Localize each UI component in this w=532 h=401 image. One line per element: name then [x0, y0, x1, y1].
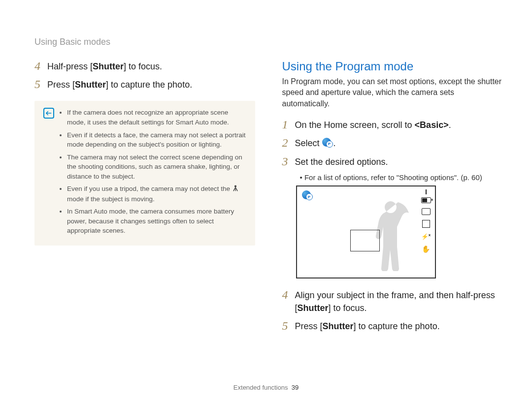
step-text: Set the desired options.	[295, 155, 388, 168]
step-number: 3	[282, 155, 295, 168]
tripod-icon	[232, 185, 239, 194]
program-mode-icon	[302, 190, 311, 201]
step-number: 2	[282, 136, 295, 149]
page-header: Using Basic modes	[34, 37, 502, 47]
step-item: 3Set the desired options.	[282, 155, 503, 168]
step-text: Half-press [Shutter] to focus.	[47, 60, 162, 73]
program-mode-icon	[322, 138, 331, 150]
camera-screen-preview: ⚡x ✋	[296, 185, 436, 278]
section-heading: Using the Program mode	[282, 60, 503, 73]
step-text: On the Home screen, scroll to <Basic>.	[295, 118, 451, 131]
step-number: 5	[34, 78, 47, 91]
note-box: If the camera does not recognize an appr…	[34, 101, 255, 245]
flash-off-icon: ⚡x	[421, 233, 431, 240]
step-text: Press [Shutter] to capture the photo.	[295, 319, 440, 333]
note-item: If the camera does not recognize an appr…	[67, 108, 246, 127]
photo-size-icon	[422, 208, 431, 215]
focus-rectangle	[350, 230, 380, 251]
left-column: 4Half-press [Shutter] to focus.5Press [S…	[34, 60, 255, 338]
step-number: 5	[282, 319, 295, 332]
right-column: Using the Program mode In Program mode, …	[282, 60, 503, 338]
page-footer: Extended functions 39	[0, 384, 532, 391]
step-text: Press [Shutter] to capture the photo.	[47, 78, 192, 91]
note-item: Even if it detects a face, the camera ma…	[67, 130, 246, 150]
note-icon	[43, 108, 54, 119]
step-number: 4	[34, 60, 47, 72]
step-item: 1On the Home screen, scroll to <Basic>.	[282, 118, 503, 131]
note-item: In Smart Auto mode, the camera consumes …	[67, 207, 246, 236]
step-subtext: For a list of options, refer to "Shootin…	[300, 173, 503, 182]
step-number: 4	[282, 288, 295, 301]
note-item: Even if you use a tripod, the camera may…	[67, 184, 246, 204]
step-item: 5Press [Shutter] to capture the photo.	[282, 319, 503, 333]
step-item: 4Half-press [Shutter] to focus.	[34, 60, 255, 73]
svg-point-0	[234, 185, 236, 187]
section-intro: In Program mode, you can set most option…	[282, 76, 503, 109]
step-item: 4Align your subject in the frame, and th…	[282, 288, 503, 314]
bar-indicator-icon	[426, 189, 427, 194]
note-list: If the camera does not recognize an appr…	[60, 108, 246, 238]
step-item: 5Press [Shutter] to capture the photo.	[34, 78, 255, 91]
step-text: Select .	[295, 136, 336, 150]
battery-icon	[421, 197, 431, 203]
step-number: 1	[282, 118, 295, 131]
step-text: Align your subject in the frame, and the…	[295, 288, 503, 314]
quality-icon	[422, 220, 430, 228]
step-item: 2Select .	[282, 136, 503, 150]
footer-page-number: 39	[292, 384, 299, 391]
note-item: The camera may not select the correct sc…	[67, 153, 246, 182]
footer-section: Extended functions	[233, 384, 288, 391]
anti-shake-icon: ✋	[422, 245, 430, 253]
